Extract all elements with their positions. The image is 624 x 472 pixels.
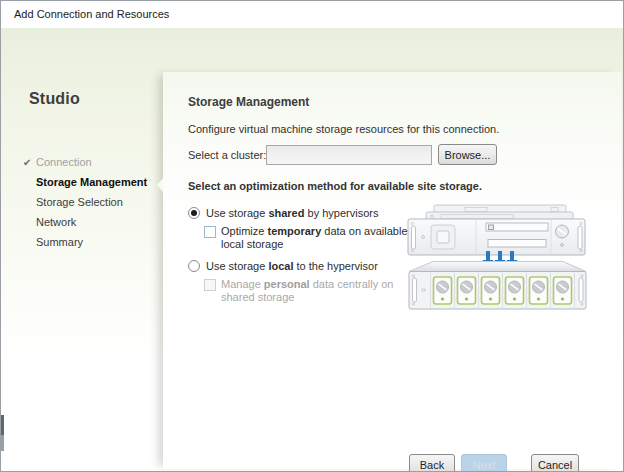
page-title: Storage Management bbox=[188, 95, 309, 109]
checkbox-optimize-temporary-label[interactable]: Optimize temporary data on available loc… bbox=[221, 225, 408, 251]
wizard-body: Studio ✔ Connection Storage Management S… bbox=[1, 28, 623, 471]
browse-button[interactable]: Browse... bbox=[438, 144, 497, 165]
storage-array-icon bbox=[409, 262, 586, 310]
radio-use-shared-storage-label[interactable]: Use storage shared by hypervisors bbox=[206, 207, 378, 220]
sidebar-step-storage-selection: Storage Selection bbox=[23, 196, 147, 216]
sidebar-step-label: Storage Selection bbox=[36, 196, 123, 209]
sidebar-step-label: Connection bbox=[36, 156, 92, 169]
back-button[interactable]: Back bbox=[409, 454, 455, 472]
checkbox-optimize-temporary[interactable] bbox=[204, 226, 216, 238]
next-button[interactable]: Next bbox=[461, 454, 507, 472]
cluster-label: Select a cluster: bbox=[188, 149, 266, 161]
sidebar-step-label: Network bbox=[36, 216, 76, 229]
sidebar-step-network: Network bbox=[23, 216, 147, 236]
sidebar-step-label: Storage Management bbox=[36, 176, 147, 189]
titlebar: Add Connection and Resources bbox=[1, 1, 623, 28]
wizard-steps: ✔ Connection Storage Management Storage … bbox=[23, 156, 147, 256]
hypervisor-server-icon bbox=[408, 205, 585, 255]
checkbox-manage-personal-label: Manage personal data centrally on shared… bbox=[221, 278, 393, 304]
studio-logo: Studio bbox=[29, 90, 80, 108]
sidebar-step-summary: Summary bbox=[23, 236, 147, 256]
window-edge-artifact bbox=[1, 415, 4, 451]
sidebar-step-label: Summary bbox=[36, 236, 83, 249]
radio-use-local-storage-label[interactable]: Use storage local to the hypervisor bbox=[206, 260, 378, 273]
cancel-button[interactable]: Cancel bbox=[531, 454, 579, 472]
radio-use-shared-storage[interactable] bbox=[188, 207, 200, 219]
check-icon: ✔ bbox=[23, 156, 36, 169]
window-title: Add Connection and Resources bbox=[14, 8, 169, 20]
radio-use-local-storage[interactable] bbox=[188, 260, 200, 272]
storage-illustration bbox=[401, 198, 591, 333]
sidebar-step-storage-management[interactable]: Storage Management bbox=[23, 176, 147, 196]
intro-text: Configure virtual machine storage resour… bbox=[188, 123, 499, 135]
checkbox-manage-personal bbox=[204, 279, 216, 291]
sidebar-step-connection[interactable]: ✔ Connection bbox=[23, 156, 147, 176]
cluster-input[interactable] bbox=[266, 145, 432, 165]
add-connection-wizard-window: Add Connection and Resources Studio ✔ Co… bbox=[0, 0, 624, 472]
optimization-heading: Select an optimization method for availa… bbox=[188, 180, 482, 192]
